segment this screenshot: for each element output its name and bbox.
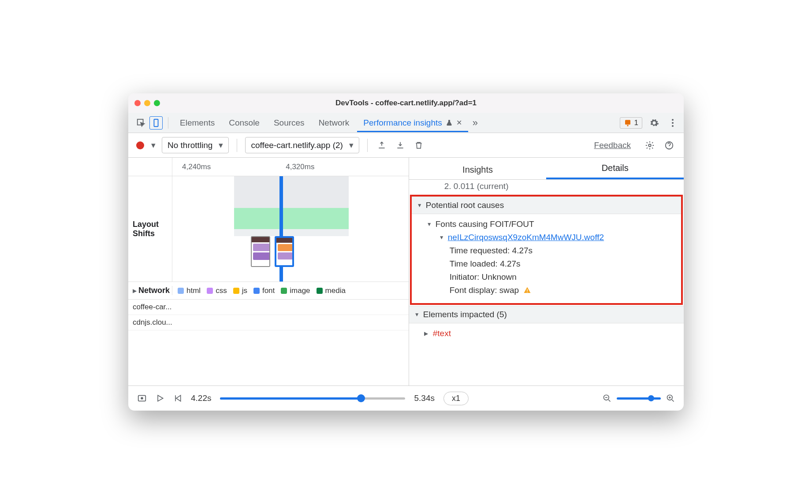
svg-rect-10 [527,292,528,293]
devtools-window: DevTools - coffee-cart.netlify.app/?ad=1… [128,93,684,411]
chevron-down-icon: ▼ [414,311,421,318]
tab-details-right[interactable]: Details [546,163,684,179]
timeline-block [234,229,349,236]
chevron-down-icon: ▾ [219,140,223,150]
chevron-down-icon: ▾ [349,140,354,150]
zoom-slider[interactable] [617,397,661,400]
device-toolbar-icon[interactable] [149,116,163,130]
tab-performance-insights[interactable]: Performance insights ✕ [357,114,468,132]
preview-icon[interactable] [137,393,147,403]
throttling-select[interactable]: No throttling ▾ [162,137,229,153]
speed-select[interactable]: x1 [443,392,469,405]
chevron-down-icon: ▼ [417,202,423,208]
tab-console[interactable]: Console [223,114,266,132]
devtools-tabs: Elements Console Sources Network Perform… [128,113,684,133]
svg-rect-1 [154,119,158,126]
minimize-window-button[interactable] [144,100,150,106]
slider-knob[interactable] [648,395,654,401]
close-tab-icon[interactable]: ✕ [456,119,462,127]
svg-point-6 [672,125,674,127]
export-icon[interactable] [376,139,388,152]
section-title: Elements impacted (5) [423,310,507,319]
network-row[interactable]: cdnjs.clou... [128,315,409,330]
chevron-right-icon: ▶ [133,288,137,294]
tabs-separator [168,117,168,129]
record-dropdown-icon[interactable]: ▾ [151,140,156,150]
svg-point-4 [672,119,674,121]
svg-rect-3 [627,125,628,126]
traffic-lights [134,100,160,106]
delete-icon[interactable] [413,139,425,152]
window-title: DevTools - coffee-cart.netlify.app/?ad=1 [335,99,477,107]
fonts-node[interactable]: ▼ Fonts causing FOIT/FOUT [418,218,675,231]
root-causes-header[interactable]: ▼ Potential root causes [412,196,681,214]
slider-knob[interactable] [357,394,365,402]
lane-label: Layout Shifts [133,220,159,238]
tab-label: Performance insights [363,118,442,128]
beaker-icon [446,119,453,127]
issues-badge[interactable]: 1 [620,117,642,129]
tab-insights-right[interactable]: Insights [409,165,547,179]
font-file-node[interactable]: ▼ neILzCirqoswsqX9zoKmM4MwWJU.woff2 [418,231,675,244]
tab-elements[interactable]: Elements [174,114,221,132]
screenshot-thumbnail-selected[interactable] [275,236,294,267]
chevron-down-icon: ▼ [427,221,433,227]
svg-rect-2 [625,120,630,125]
playback-start-time: 4.22s [191,393,211,403]
font-file-link[interactable]: neILzCirqoswsqX9zoKmM4MwWJU.woff2 [448,233,604,242]
details-panel: Insights Details 2. 0.011 (current) ▼ Po… [409,158,684,385]
close-window-button[interactable] [134,100,141,106]
warning-icon [624,119,632,127]
chevron-right-icon: ▶ [424,330,430,337]
more-tabs-icon[interactable]: » [473,117,478,129]
network-row[interactable]: coffee-car... [128,300,409,315]
import-icon[interactable] [394,139,406,152]
warning-icon [523,286,531,294]
initiator: Initiator: Unknown [418,271,675,284]
elements-impacted-header[interactable]: ▼ Elements impacted (5) [409,306,684,323]
panel-settings-icon[interactable] [643,139,656,152]
tab-sources[interactable]: Sources [268,114,311,132]
playback-end-time: 5.34s [414,393,434,403]
svg-rect-9 [527,289,528,291]
network-lane-header[interactable]: ▶ Network html css js font image media [128,282,409,300]
zoom-in-icon[interactable] [666,394,675,403]
svg-point-7 [648,144,651,147]
timeline-block [234,176,349,208]
issues-count: 1 [634,119,638,127]
zoom-out-icon[interactable] [603,394,611,403]
settings-icon[interactable] [648,116,661,130]
details-tabs: Insights Details [409,158,684,180]
feedback-link[interactable]: Feedback [594,141,631,150]
rewind-start-icon[interactable] [173,394,182,403]
playback-bar: 4.22s 5.34s x1 [128,386,684,411]
section-title: Potential root causes [426,200,504,210]
tick-label: 4,320ms [286,163,314,171]
page-value: coffee-cart.netlify.app (2) [251,141,343,150]
timeline-ruler[interactable]: 4,240ms 4,320ms [128,158,409,176]
kebab-menu-icon[interactable] [666,116,679,130]
root-causes-tree: ▼ Fonts causing FOIT/FOUT ▼ neILzCirqosw… [412,214,681,303]
tick-label: 4,240ms [182,163,211,171]
timeline-block [234,208,349,229]
throttling-value: No throttling [168,141,212,150]
playback-slider[interactable] [220,397,405,400]
time-loaded: Time loaded: 4.27s [418,257,675,271]
play-icon[interactable] [156,394,164,403]
page-select[interactable]: coffee-cart.netlify.app (2) ▾ [245,137,359,153]
titlebar: DevTools - coffee-cart.netlify.app/?ad=1 [128,93,684,113]
network-legend: html css js font image media [172,286,409,295]
help-icon[interactable] [663,139,676,152]
record-button[interactable] [136,141,144,149]
inspect-icon[interactable] [134,116,148,130]
tab-network[interactable]: Network [313,114,356,132]
timeline-panel: 4,240ms 4,320ms Layout Shifts [128,158,409,385]
content-area: 4,240ms 4,320ms Layout Shifts [128,158,684,386]
text-node-row[interactable]: ▶ #text [415,327,678,340]
layout-shifts-lane[interactable]: Layout Shifts [128,176,409,282]
maximize-window-button[interactable] [154,100,160,106]
screenshot-thumbnail[interactable] [251,236,270,267]
svg-point-5 [672,122,674,124]
highlighted-section: ▼ Potential root causes ▼ Fonts causing … [410,195,683,305]
time-requested: Time requested: 4.27s [418,244,675,257]
